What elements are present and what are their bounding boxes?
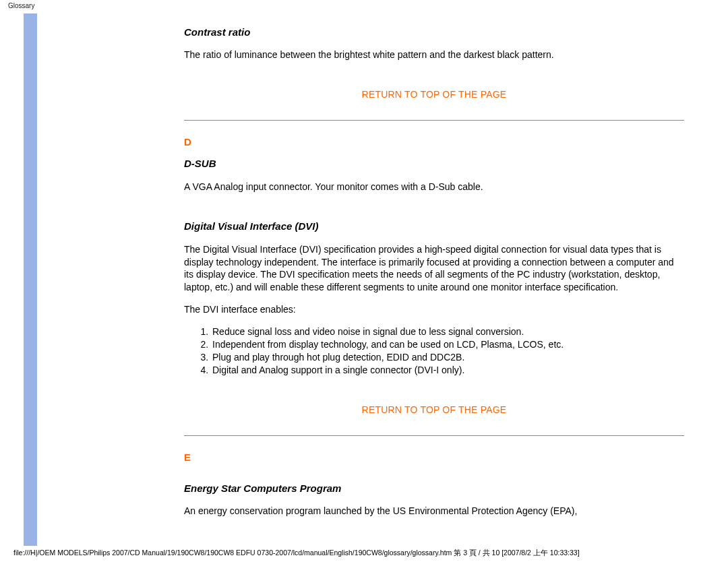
return-to-top-link[interactable]: RETURN TO TOP OF THE PAGE <box>184 404 684 416</box>
left-gutter <box>37 13 164 546</box>
dvi-list-intro: The DVI interface enables: <box>184 303 684 316</box>
left-border-stripe <box>24 13 37 546</box>
list-item: Reduce signal loss and video noise in si… <box>211 325 684 338</box>
divider <box>184 120 684 121</box>
section-heading-dsub: D-SUB <box>184 157 684 170</box>
list-item: Digital and Analog support in a single c… <box>211 364 684 377</box>
section-body-dvi: The Digital Visual Interface (DVI) speci… <box>184 243 684 294</box>
section-heading-energystar: Energy Star Computers Program <box>184 482 684 495</box>
footer-file-path: file:///H|/OEM MODELS/Philips 2007/CD Ma… <box>13 549 580 558</box>
page-frame: Contrast ratio The ratio of luminance be… <box>24 13 704 546</box>
list-item: Plug and play through hot plug detection… <box>211 351 684 364</box>
section-body-dsub: A VGA Analog input connector. Your monit… <box>184 181 684 193</box>
section-heading-dvi: Digital Visual Interface (DVI) <box>184 220 684 233</box>
dvi-feature-list: Reduce signal loss and video noise in si… <box>211 325 684 377</box>
divider <box>184 435 684 436</box>
list-item: Independent from display technology, and… <box>211 338 684 351</box>
return-to-top-link[interactable]: RETURN TO TOP OF THE PAGE <box>184 88 684 101</box>
letter-anchor-d: D <box>184 135 684 149</box>
section-heading-contrast: Contrast ratio <box>184 26 684 39</box>
section-body-contrast: The ratio of luminance between the brigh… <box>184 49 684 61</box>
section-body-energystar: An energy conservation program launched … <box>184 505 684 518</box>
content-area: Contrast ratio The ratio of luminance be… <box>164 13 704 546</box>
letter-anchor-e: E <box>184 451 684 464</box>
doc-header-label: Glossary <box>8 2 34 9</box>
